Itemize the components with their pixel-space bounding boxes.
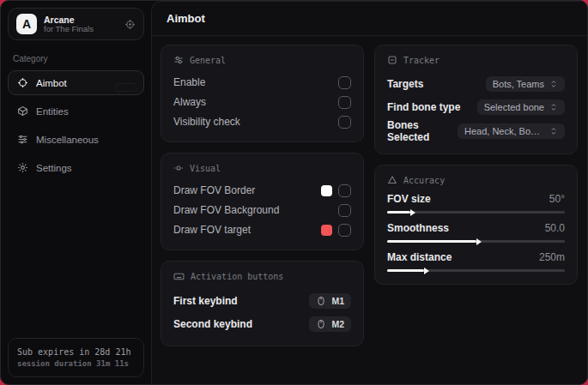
fov-size-value: 50° — [549, 193, 565, 205]
setting-row-second-keybind: Second keybind M2 — [173, 313, 351, 335]
accuracy-card-header: Accuracy — [387, 175, 565, 185]
card-title: Activation buttons — [191, 272, 283, 281]
left-column: General Enable Always Visibility check — [161, 45, 364, 346]
sliders-icon — [17, 134, 28, 145]
dropdown-value: Selected bone — [484, 102, 544, 112]
smoothness-slider[interactable] — [387, 240, 565, 243]
setting-label: Targets — [387, 78, 423, 90]
tracker-card-header: Tracker — [387, 55, 565, 65]
setting-row-max-distance: Max distance 250m — [387, 251, 565, 272]
crosshair-icon — [17, 77, 28, 88]
setting-label: Visibility check — [173, 116, 240, 128]
fov-border-color-swatch[interactable] — [321, 185, 332, 196]
slider-thumb[interactable] — [410, 209, 415, 216]
sidebar-item-settings[interactable]: Settings — [8, 155, 144, 180]
setting-row-first-keybind: First keybind M1 — [173, 290, 351, 312]
dropdown-value: Bots, Teams — [493, 79, 544, 89]
setting-row-fov-background: Draw FOV Background — [173, 201, 351, 220]
keybind-value: M2 — [331, 319, 344, 329]
setting-row-fov-size: FOV size 50° — [387, 193, 565, 214]
chevrons-up-down-icon — [549, 80, 558, 88]
smoothness-value: 50.0 — [545, 222, 565, 234]
scan-icon — [387, 55, 397, 65]
setting-row-fov-target: Draw FOV target — [173, 220, 351, 239]
first-keybind-button[interactable]: M1 — [309, 293, 351, 309]
setting-row-enable: Enable — [173, 73, 351, 92]
fov-border-checkbox[interactable] — [338, 184, 351, 197]
setting-label: Draw FOV Border — [173, 184, 255, 196]
sidebar-item-label: Entities — [36, 106, 69, 117]
enable-checkbox[interactable] — [338, 76, 351, 89]
setting-label: Enable — [173, 76, 205, 88]
sidebar-item-label: Settings — [36, 163, 72, 173]
card-title: Visual — [190, 164, 221, 173]
find-bone-type-dropdown[interactable]: Selected bone — [477, 99, 565, 115]
slider-fill — [387, 211, 410, 214]
slider-thumb[interactable] — [424, 268, 429, 274]
card-title: Accuracy — [403, 176, 445, 185]
setting-row-targets: Targets Bots, Teams — [387, 73, 565, 95]
main-panel: Aimbot General Enable — [151, 1, 587, 384]
setting-label: Draw FOV Background — [173, 204, 279, 216]
setting-label: Bones Selected — [387, 119, 458, 143]
fov-target-checkbox[interactable] — [338, 224, 351, 237]
content: General Enable Always Visibility check — [152, 36, 587, 346]
keyboard-icon — [173, 271, 185, 282]
setting-label: FOV size — [387, 193, 431, 205]
app-subtitle: for The Finals — [44, 25, 118, 34]
activation-card-header: Activation buttons — [173, 271, 351, 282]
accuracy-card: Accuracy FOV size 50° — [374, 165, 578, 285]
sidebar-item-label: Aimbot — [36, 78, 67, 88]
card-title: General — [190, 56, 226, 65]
box-icon — [17, 105, 28, 117]
dropdown-value: Head, Neck, Body, Pe.. — [464, 126, 544, 136]
sidebar-item-miscellaneous[interactable]: Miscellaneous — [8, 127, 144, 152]
category-label: Category — [13, 54, 144, 63]
sidebar-item-aimbot[interactable]: Aimbot — [8, 70, 144, 95]
setting-label: Draw FOV target — [173, 224, 251, 236]
triangle-icon — [387, 175, 397, 185]
visual-card: Visual Draw FOV Border Draw FOV Backgrou… — [161, 153, 364, 250]
always-checkbox[interactable] — [338, 96, 351, 109]
slider-thumb[interactable] — [476, 238, 482, 245]
mouse-icon — [316, 319, 326, 329]
setting-row-fov-border: Draw FOV Border — [173, 181, 351, 200]
page-title: Aimbot — [167, 12, 205, 25]
chevrons-up-down-icon — [549, 127, 558, 135]
setting-label: First keybind — [173, 295, 238, 307]
second-keybind-button[interactable]: M2 — [309, 316, 351, 332]
fov-target-color-swatch[interactable] — [321, 225, 332, 236]
chevrons-up-down-icon — [549, 103, 558, 111]
sidebar-item-entities[interactable]: Entities — [8, 99, 144, 123]
slider-fill — [387, 269, 424, 272]
setting-row-find-bone-type: Find bone type Selected bone — [387, 96, 565, 118]
visual-card-header: Visual — [173, 163, 351, 173]
settings-target-icon[interactable] — [124, 19, 136, 30]
logo-text: Arcane for The Finals — [44, 15, 118, 34]
visibility-check-checkbox[interactable] — [338, 116, 351, 129]
tracker-card: Tracker Targets Bots, Teams — [374, 45, 578, 154]
max-distance-value: 250m — [539, 251, 565, 263]
app-logo: A — [16, 14, 37, 34]
setting-row-always: Always — [173, 93, 351, 111]
main-header: Aimbot — [152, 2, 587, 36]
max-distance-slider[interactable] — [387, 269, 565, 272]
targets-dropdown[interactable]: Bots, Teams — [486, 76, 565, 92]
setting-label: Always — [173, 96, 206, 108]
gear-icon — [17, 162, 28, 173]
fov-background-checkbox[interactable] — [338, 204, 351, 217]
setting-row-bones-selected: Bones Selected Head, Neck, Body, Pe.. — [387, 119, 565, 143]
bones-selected-dropdown[interactable]: Head, Neck, Body, Pe.. — [458, 123, 565, 139]
sub-expiry-text: Sub expires in 28d 21h — [17, 346, 135, 358]
app-window: A Arcane for The Finals Category Aimbot — [0, 0, 588, 385]
fov-size-slider[interactable] — [387, 211, 565, 214]
setting-label: Max distance — [387, 251, 452, 263]
setting-label: Second keybind — [173, 318, 252, 330]
activation-card: Activation buttons First keybind M1 — [161, 261, 364, 346]
slider-fill — [387, 240, 476, 243]
mouse-icon — [316, 296, 326, 306]
card-title: Tracker — [403, 56, 439, 65]
setting-row-visibility-check: Visibility check — [173, 112, 351, 131]
view-icon — [173, 163, 184, 173]
app-title: Arcane — [44, 15, 118, 25]
